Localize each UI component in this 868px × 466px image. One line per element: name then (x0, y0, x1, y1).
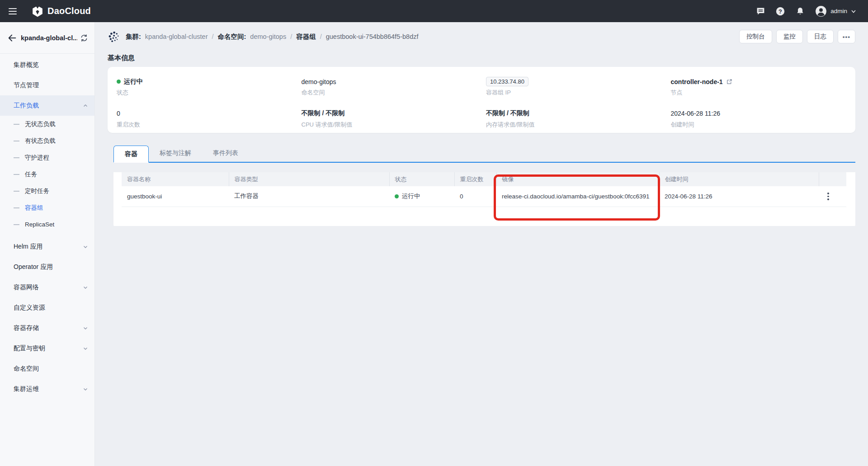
refresh-icon[interactable] (80, 34, 88, 42)
user-menu[interactable]: admin (815, 5, 856, 17)
sidebar-item-cluster-overview[interactable]: 集群概览 (0, 55, 94, 75)
tab-events[interactable]: 事件列表 (202, 145, 249, 162)
breadcrumb: 集群: kpanda-global-cluster / 命名空间: demo-g… (108, 31, 418, 43)
container-name-cell: guestbook-ui (122, 186, 229, 207)
sidebar-item-cluster-ops[interactable]: 集群运维 (0, 379, 94, 399)
sidebar-item-custom-resources[interactable]: 自定义资源 (0, 297, 94, 318)
back-arrow-icon[interactable] (7, 33, 17, 43)
chevron-down-icon (83, 244, 88, 249)
sidebar-item-container-storage[interactable]: 容器存储 (0, 318, 94, 338)
sidebar-item-pods[interactable]: 容器组 (0, 199, 94, 216)
chevron-down-icon (83, 325, 88, 331)
col-actions (819, 172, 846, 186)
table-row: guestbook-ui 工作容器 运行中 0 release-ci.daocl… (122, 186, 846, 207)
dash-icon (14, 141, 19, 141)
status-dot (395, 194, 399, 198)
container-type-cell: 工作容器 (229, 186, 389, 207)
more-actions-button[interactable]: ••• (838, 30, 855, 43)
chevron-up-icon (83, 103, 88, 108)
dash-icon (14, 224, 19, 225)
daocloud-logo-icon (32, 5, 43, 17)
svg-text:?: ? (778, 8, 782, 14)
tab-labels-annotations[interactable]: 标签与注解 (149, 145, 202, 162)
col-status: 状态 (389, 172, 454, 186)
field-status: 运行中 状态 (117, 77, 302, 101)
logs-button[interactable]: 日志 (807, 30, 834, 43)
field-created: 2024-06-28 11:26 创建时间 (671, 109, 856, 133)
chevron-down-icon (83, 386, 88, 392)
top-navbar: DaoCloud ? (0, 0, 868, 22)
dash-icon (14, 157, 19, 158)
field-node: controller-node-1 节点 (671, 77, 856, 101)
field-memory: 不限制 / 不限制 内存请求值/限制值 (486, 109, 671, 133)
cluster-dots-icon (108, 31, 120, 43)
col-created: 创建时间 (659, 172, 819, 186)
dash-icon (14, 174, 19, 175)
field-namespace: demo-gitops 命名空间 (302, 77, 486, 101)
message-icon[interactable] (755, 6, 765, 16)
help-icon[interactable]: ? (775, 6, 785, 16)
col-image: 镜像 (496, 172, 659, 186)
field-restarts: 0 重启次数 (117, 109, 302, 133)
sidebar-item-namespaces[interactable]: 命名空间 (0, 358, 94, 379)
tab-containers[interactable]: 容器 (113, 146, 149, 163)
field-cpu: 不限制 / 不限制 CPU 请求值/限制值 (302, 109, 486, 133)
brand[interactable]: DaoCloud (32, 5, 91, 17)
col-restarts: 重启次数 (454, 172, 496, 186)
chevron-down-icon (83, 346, 88, 351)
field-pod-ip: 10.233.74.80 容器组 IP (486, 77, 671, 101)
container-restarts-cell: 0 (454, 186, 496, 207)
sidebar-item-replicaset[interactable]: ReplicaSet (0, 216, 94, 233)
sidebar-cluster-name[interactable]: kpanda-global-cl... (21, 34, 77, 42)
kebab-menu-icon[interactable] (824, 193, 832, 200)
status-dot (117, 80, 121, 84)
sidebar-item-container-network[interactable]: 容器网络 (0, 277, 94, 297)
breadcrumb-cluster-label: 集群: (126, 33, 141, 41)
sidebar-menu: 集群概览 节点管理 工作负载 无状态负载 有状态负载 守护进程 任务 定时任务 … (0, 54, 94, 399)
container-created-cell: 2024-06-28 11:26 (659, 186, 819, 207)
chevron-down-icon (851, 9, 856, 14)
external-link-icon[interactable] (726, 79, 732, 85)
brand-name: DaoCloud (47, 6, 91, 16)
sidebar-item-cronjobs[interactable]: 定时任务 (0, 183, 94, 199)
container-status-cell: 运行中 (389, 186, 454, 207)
hamburger-menu-icon[interactable] (2, 0, 24, 22)
main-content: 集群: kpanda-global-cluster / 命名空间: demo-g… (95, 22, 868, 466)
breadcrumb-namespace-label: 命名空间: (218, 33, 246, 41)
notification-bell-icon[interactable] (795, 6, 805, 16)
username: admin (830, 8, 847, 14)
breadcrumb-namespace-value[interactable]: demo-gitops (250, 33, 286, 40)
sidebar: kpanda-global-cl... 集群概览 节点管理 工作负载 无状态负载… (0, 22, 95, 466)
dash-icon (14, 124, 19, 125)
sidebar-item-workloads[interactable]: 工作负载 (0, 95, 94, 116)
sidebar-item-jobs[interactable]: 任务 (0, 166, 94, 183)
breadcrumb-pod-name: guestbook-ui-754bb864f5-b8dzf (326, 33, 419, 40)
sidebar-item-operator-apps[interactable]: Operator 应用 (0, 257, 94, 277)
containers-panel: 容器名称 容器类型 状态 重启次数 镜像 创建时间 guestbook-ui 工… (113, 172, 855, 226)
breadcrumb-cluster-value[interactable]: kpanda-global-cluster (145, 33, 208, 40)
avatar (815, 5, 827, 17)
console-button[interactable]: 控制台 (739, 30, 772, 43)
sidebar-item-node-management[interactable]: 节点管理 (0, 75, 94, 95)
sidebar-item-daemonsets[interactable]: 守护进程 (0, 149, 94, 166)
containers-table: 容器名称 容器类型 状态 重启次数 镜像 创建时间 guestbook-ui 工… (122, 172, 846, 207)
dash-icon (14, 207, 19, 208)
basic-info-card: 运行中 状态 demo-gitops 命名空间 10.233.74.80 容器组… (108, 67, 855, 133)
col-container-type: 容器类型 (229, 172, 389, 186)
sidebar-item-deployments[interactable]: 无状态负载 (0, 116, 94, 132)
chevron-down-icon (83, 285, 88, 290)
col-container-name: 容器名称 (122, 172, 229, 186)
ip-badge: 10.233.74.80 (486, 77, 528, 86)
sidebar-item-statefulsets[interactable]: 有状态负载 (0, 132, 94, 149)
detail-tabs: 容器 标签与注解 事件列表 (113, 145, 855, 163)
sidebar-item-helm-apps[interactable]: Helm 应用 (0, 236, 94, 257)
breadcrumb-pods-link[interactable]: 容器组 (296, 33, 316, 41)
basic-info-title: 基本信息 (108, 54, 855, 62)
row-actions-cell (819, 186, 846, 207)
dash-icon (14, 191, 19, 192)
container-image-cell: release-ci.daocloud.io/amamba-ci/guestbo… (496, 186, 659, 207)
monitor-button[interactable]: 监控 (776, 30, 803, 43)
sidebar-item-config-secrets[interactable]: 配置与密钥 (0, 338, 94, 358)
